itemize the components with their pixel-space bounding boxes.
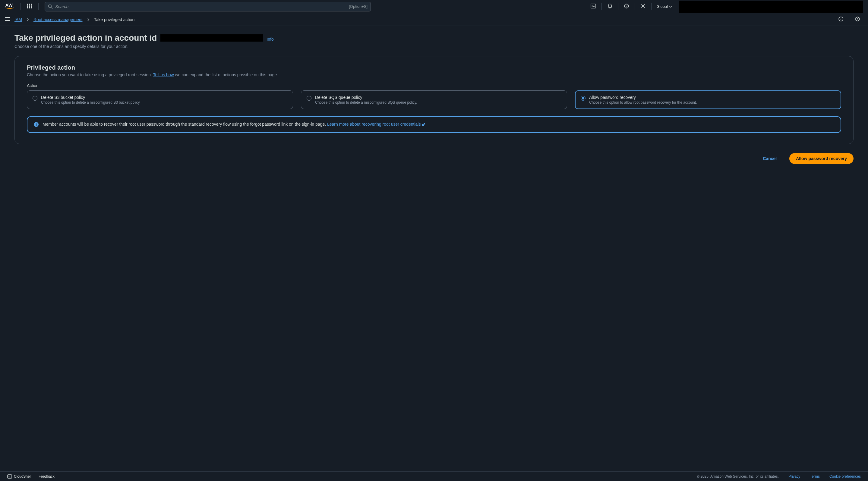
radio-icon xyxy=(581,96,586,101)
tell-us-how-link[interactable]: Tell us how xyxy=(153,72,174,77)
chevron-down-icon xyxy=(669,6,672,7)
svg-rect-4 xyxy=(29,5,30,7)
search-box[interactable]: [Option+S] xyxy=(44,2,371,11)
divider xyxy=(634,3,635,10)
svg-rect-2 xyxy=(31,4,32,5)
top-nav: [Option+S] Global xyxy=(0,0,868,13)
region-label: Global xyxy=(656,4,668,9)
radio-title: Delete SQS queue policy xyxy=(315,95,417,100)
divider xyxy=(651,3,652,10)
breadcrumb-iam[interactable]: IAM xyxy=(14,17,22,22)
radio-icon xyxy=(307,96,311,101)
account-id-redacted xyxy=(160,34,263,41)
radio-delete-sqs-policy[interactable]: Delete SQS queue policy Choose this opti… xyxy=(301,90,567,109)
cancel-button[interactable]: Cancel xyxy=(756,153,783,164)
divider xyxy=(21,3,21,10)
action-field-label: Action xyxy=(27,83,841,88)
svg-rect-11 xyxy=(591,4,596,8)
search-input[interactable] xyxy=(55,4,349,9)
services-grid-icon[interactable] xyxy=(24,3,35,10)
alert-message: Member accounts will be able to recover … xyxy=(42,122,327,127)
svg-rect-3 xyxy=(27,5,28,7)
allow-password-recovery-button[interactable]: Allow password recovery xyxy=(789,153,854,164)
learn-more-link[interactable]: Learn more about recovering root user cr… xyxy=(327,122,426,127)
svg-rect-8 xyxy=(31,7,32,8)
panel-desc-text-after: we can expand the list of actions possib… xyxy=(174,72,278,77)
aws-logo-icon[interactable] xyxy=(5,3,17,10)
svg-rect-6 xyxy=(27,7,28,8)
breadcrumb-bar: IAM Root access management Take privileg… xyxy=(0,13,868,26)
cookie-preferences-link[interactable]: Cookie preferences xyxy=(829,474,861,479)
region-selector[interactable]: Global xyxy=(654,4,675,9)
feedback-link[interactable]: Feedback xyxy=(39,474,55,479)
learn-more-text: Learn more about recovering root user cr… xyxy=(327,122,421,127)
svg-line-10 xyxy=(51,7,53,9)
radio-description: Choose this option to allow root passwor… xyxy=(589,100,697,104)
svg-point-9 xyxy=(49,4,52,7)
page-subtitle: Choose one of the actions and specify de… xyxy=(14,44,854,49)
alert-text: Member accounts will be able to recover … xyxy=(42,121,425,128)
cloudshell-label: CloudShell xyxy=(14,474,31,479)
chevron-right-icon xyxy=(87,17,90,22)
action-radio-group: Delete S3 bucket policy Choose this opti… xyxy=(27,90,841,109)
svg-rect-23 xyxy=(7,475,12,478)
breadcrumb-root-access[interactable]: Root access management xyxy=(33,17,83,22)
info-icon xyxy=(33,121,39,128)
settings-icon[interactable] xyxy=(638,1,649,11)
radio-description: Choose this option to delete a misconfig… xyxy=(41,100,141,104)
divider xyxy=(849,17,849,23)
svg-rect-1 xyxy=(29,4,30,5)
divider xyxy=(38,3,39,10)
side-menu-toggle-icon[interactable] xyxy=(5,17,10,22)
search-icon xyxy=(48,4,53,9)
account-area-redacted xyxy=(679,1,863,13)
panel-description: Choose the action you want to take using… xyxy=(27,72,841,77)
terms-link[interactable]: Terms xyxy=(810,474,820,479)
privileged-action-panel: Privileged action Choose the action you … xyxy=(14,56,854,144)
info-alert: Member accounts will be able to recover … xyxy=(27,116,841,133)
svg-rect-21 xyxy=(36,123,36,124)
page-title-text: Take privileged action in account id xyxy=(14,33,157,43)
radio-delete-s3-policy[interactable]: Delete S3 bucket policy Choose this opti… xyxy=(27,90,293,109)
svg-rect-5 xyxy=(31,5,32,7)
action-buttons: Cancel Allow password recovery xyxy=(14,153,854,164)
panel-desc-text: Choose the action you want to take using… xyxy=(27,72,153,77)
copyright-text: © 2025, Amazon Web Services, Inc. or its… xyxy=(697,474,779,479)
chevron-right-icon xyxy=(26,17,29,22)
search-shortcut-hint: [Option+S] xyxy=(349,4,368,9)
info-link[interactable]: Info xyxy=(267,37,274,41)
svg-point-13 xyxy=(643,5,644,7)
radio-title: Allow password recovery xyxy=(589,95,697,100)
external-link-icon xyxy=(422,122,425,128)
cloudshell-button[interactable]: CloudShell xyxy=(7,474,31,479)
panel-title: Privileged action xyxy=(27,64,841,71)
radio-allow-password-recovery[interactable]: Allow password recovery Choose this opti… xyxy=(575,90,841,109)
cloudshell-icon[interactable] xyxy=(588,1,599,11)
footer: CloudShell Feedback © 2025, Amazon Web S… xyxy=(0,471,868,481)
info-panel-icon[interactable] xyxy=(835,14,846,24)
radio-title: Delete S3 bucket policy xyxy=(41,95,141,100)
divider xyxy=(601,3,602,10)
svg-rect-7 xyxy=(29,7,30,8)
main-content: Take privileged action in account id Inf… xyxy=(0,26,868,171)
radio-description: Choose this option to delete a misconfig… xyxy=(315,100,417,104)
clock-icon[interactable] xyxy=(852,14,863,24)
radio-icon xyxy=(33,96,37,101)
svg-rect-0 xyxy=(27,4,28,5)
help-icon[interactable] xyxy=(621,1,632,11)
svg-rect-22 xyxy=(36,124,36,126)
divider xyxy=(618,3,618,10)
breadcrumb-current: Take privileged action xyxy=(94,17,135,22)
privacy-link[interactable]: Privacy xyxy=(788,474,800,479)
page-title: Take privileged action in account id xyxy=(14,33,263,43)
notifications-icon[interactable] xyxy=(604,1,616,11)
